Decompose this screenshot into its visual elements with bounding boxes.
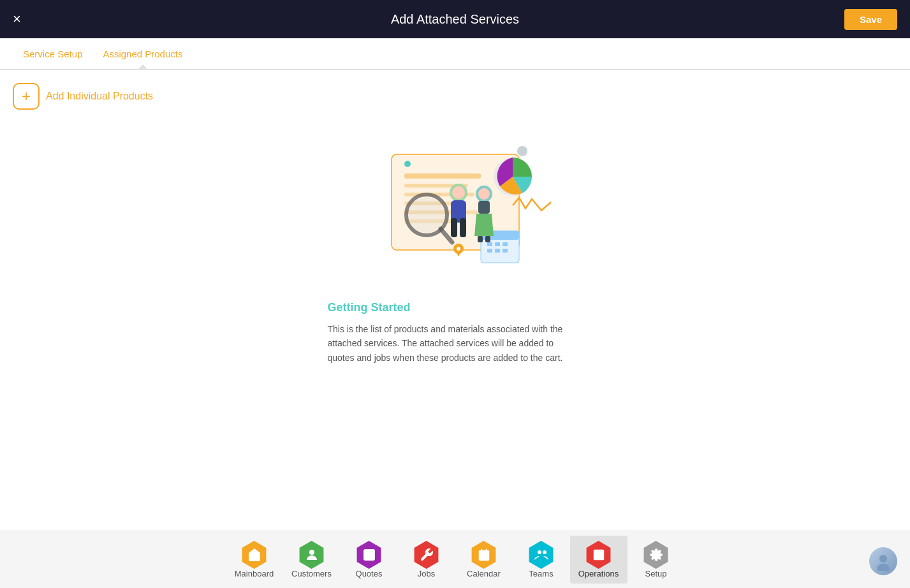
- mainboard-label: Mainboard: [235, 569, 274, 578]
- svg-point-32: [457, 247, 460, 251]
- operations-label: Operations: [578, 569, 619, 578]
- nav-item-quotes[interactable]: Quotes: [341, 536, 398, 584]
- svg-point-44: [543, 550, 547, 554]
- save-button[interactable]: Save: [844, 9, 897, 30]
- quotes-label: Quotes: [356, 569, 383, 578]
- getting-started-description: This is the list of products and materia…: [328, 322, 583, 365]
- user-avatar[interactable]: [869, 547, 897, 575]
- teams-label: Teams: [529, 569, 553, 578]
- svg-point-25: [478, 188, 490, 200]
- nav-item-setup[interactable]: Setup: [627, 536, 685, 584]
- tab-assigned-products[interactable]: Assigned Products: [92, 40, 193, 68]
- svg-rect-23: [460, 218, 466, 237]
- svg-rect-39: [478, 550, 489, 561]
- add-products-icon: +: [13, 83, 40, 110]
- getting-started-section: Getting Started This is the list of prod…: [328, 301, 583, 365]
- svg-point-33: [404, 161, 411, 167]
- svg-rect-1: [404, 173, 481, 179]
- page-title: Add Attached Services: [391, 12, 519, 27]
- tabs-container: Service Setup Assigned Products: [0, 38, 910, 70]
- svg-point-50: [879, 555, 887, 562]
- svg-rect-26: [478, 201, 490, 214]
- nav-item-customers[interactable]: Customers: [283, 536, 341, 584]
- customers-icon: [298, 541, 326, 569]
- nav-item-operations[interactable]: Operations: [570, 536, 627, 584]
- customers-label: Customers: [291, 569, 332, 578]
- svg-rect-15: [503, 249, 508, 253]
- svg-rect-14: [495, 249, 500, 253]
- close-button[interactable]: ×: [13, 12, 21, 26]
- main-content: + Add Individual Products: [0, 70, 910, 531]
- teams-icon: [527, 541, 555, 569]
- svg-rect-29: [485, 236, 490, 242]
- add-individual-products-button[interactable]: + Add Individual Products: [13, 83, 153, 110]
- svg-rect-28: [478, 236, 483, 242]
- mainboard-icon: [240, 541, 268, 569]
- illustration: [353, 142, 557, 282]
- setup-label: Setup: [645, 569, 667, 578]
- svg-point-35: [309, 550, 314, 555]
- getting-started-title: Getting Started: [328, 301, 583, 314]
- svg-rect-10: [487, 242, 492, 246]
- svg-point-20: [452, 186, 465, 199]
- svg-rect-12: [503, 242, 508, 246]
- nav-item-teams[interactable]: Teams: [513, 536, 570, 584]
- illustration-area: Getting Started This is the list of prod…: [13, 142, 897, 365]
- svg-rect-13: [487, 249, 492, 253]
- svg-rect-11: [495, 242, 500, 246]
- bottom-navigation: Mainboard Customers Quotes Jobs Calendar…: [0, 531, 910, 588]
- nav-item-mainboard[interactable]: Mainboard: [226, 536, 283, 584]
- svg-rect-22: [451, 218, 457, 237]
- tab-service-setup[interactable]: Service Setup: [13, 40, 92, 68]
- nav-item-jobs[interactable]: Jobs: [398, 536, 455, 584]
- nav-item-calendar[interactable]: Calendar: [455, 536, 513, 584]
- svg-point-43: [538, 550, 541, 554]
- add-products-label: Add Individual Products: [46, 91, 153, 102]
- svg-point-34: [517, 146, 527, 156]
- calendar-label: Calendar: [467, 569, 501, 578]
- calendar-icon: [470, 541, 498, 569]
- svg-marker-27: [474, 214, 494, 236]
- jobs-icon: [413, 541, 441, 569]
- header: × Add Attached Services Save: [0, 0, 910, 38]
- quotes-icon: [355, 541, 383, 569]
- operations-icon: [585, 541, 613, 569]
- jobs-label: Jobs: [418, 569, 435, 578]
- setup-icon: [642, 541, 670, 569]
- svg-point-51: [877, 564, 890, 571]
